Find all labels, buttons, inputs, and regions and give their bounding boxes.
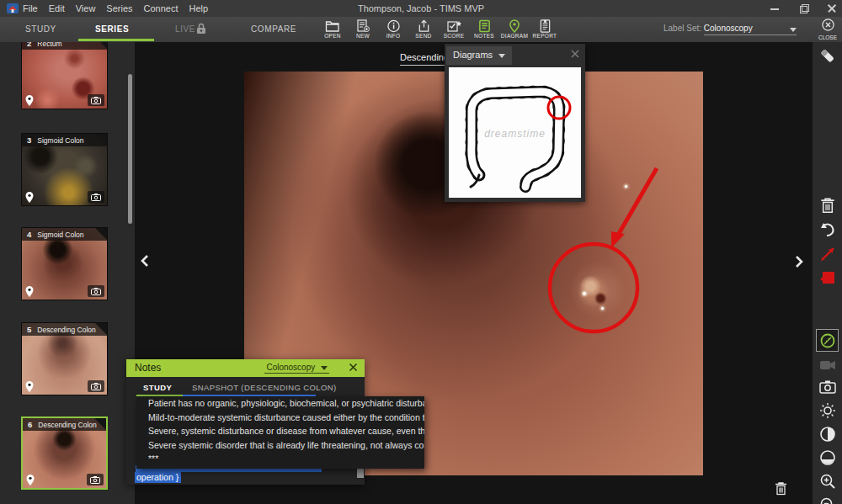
info-button[interactable]: INFO [379,18,408,41]
camera-badge [88,380,104,392]
camera-badge [87,474,104,485]
diagrams-popup: Diagrams dreamstime [445,44,585,202]
diagrams-dropdown-button[interactable]: Diagrams [446,46,512,65]
lock-icon [196,23,206,34]
thumbnail-4-sigmoid-colon[interactable]: 4Sigmoid Colon [21,227,108,300]
label-set-control: Label Set: Colonoscopy [663,24,797,35]
report-button[interactable]: REPORT [530,18,559,41]
notes-label-set-dropdown[interactable]: Colonoscopy [264,363,329,374]
notes-close-icon[interactable] [349,363,358,372]
next-image-arrow[interactable] [794,255,804,268]
arrow-annotation-tool-icon[interactable] [819,246,836,263]
thumbnail-number: 2 [27,42,31,48]
brightness-tool-icon[interactable] [819,402,836,419]
new-document-icon [355,19,370,33]
camera-icon [91,97,101,104]
diagram-pin-icon [509,19,520,33]
suggestion-item[interactable]: Patient has no organic, physiologic, bio… [136,396,424,411]
pin-icon [25,474,35,486]
corner-fold [95,323,107,335]
thumbnail-label: Sigmoid Colon [37,136,83,145]
label-set-caption: Label Set: [663,24,701,33]
window-restore-button[interactable] [798,3,808,13]
tab-study[interactable]: STUDY [25,24,56,34]
watermark-text: dreamstime [449,128,581,140]
menu-help[interactable]: Help [189,3,209,13]
tab-series-active-underline [78,39,154,41]
selected-text[interactable]: operation } [135,472,181,483]
notes-button[interactable]: NOTES [470,18,498,41]
score-button[interactable]: SCORE [440,18,468,41]
diagrams-close-icon[interactable] [571,50,579,58]
suggestion-item[interactable]: Severe systemic disorder that is already… [136,438,424,453]
eraser-tool-icon[interactable] [819,47,836,64]
snapshot-camera-tool-icon[interactable] [819,379,836,395]
circle-annotation-tool-icon[interactable] [819,332,836,349]
camera-badge [88,191,104,203]
thumbnail-2-rectum[interactable]: 2Rectum [21,42,108,109]
contrast-tool-icon[interactable] [819,426,836,443]
series-thumbnail-panel: 2Rectum 3Sigmoid Colon 4Sigmoid Colon 5D… [0,42,135,504]
video-record-tool-icon[interactable] [819,357,836,374]
thumbnail-number: 5 [27,325,31,334]
undo-tool-icon[interactable] [819,221,836,238]
score-icon [446,19,462,33]
thumbnail-5-descending-colon[interactable]: 5Descending Colon [21,322,108,395]
camera-badge [88,94,104,106]
annotation-arrow [617,168,657,236]
notes-header[interactable]: Notes Colonoscopy [126,359,365,377]
chevron-down-icon [321,366,328,370]
thumbnail-3-sigmoid-colon[interactable]: 3Sigmoid Colon [21,133,108,206]
camera-badge [88,285,104,297]
suggestion-item[interactable]: Severe, systemic disturbance or disease … [136,424,424,438]
zoom-out-tool-icon[interactable] [819,496,836,504]
annotation-circle [550,244,637,332]
menu-series[interactable]: Series [106,3,132,13]
menu-edit[interactable]: Edit [49,3,65,13]
open-button[interactable]: OPEN [318,18,347,41]
thumbnail-number: 6 [28,420,32,429]
window-close-button[interactable] [827,3,837,13]
tab-compare[interactable]: COMPARE [251,24,296,34]
square-annotation-tool-icon[interactable] [819,269,836,286]
thumbnail-label: Descending Colon [38,421,96,429]
annotation-toolbar [813,42,842,504]
thumbnail-scrollbar[interactable] [128,74,132,224]
new-button[interactable]: NEW [349,18,377,41]
close-circle-icon [822,19,834,31]
delete-image-trash-icon[interactable] [775,481,787,496]
main-toolbar: STUDY SERIES LIVE COMPARE OPEN NEW [0,17,842,42]
label-set-dropdown[interactable]: Colonoscopy [704,24,797,35]
chevron-down-icon [790,28,797,32]
zoom-in-tool-icon[interactable] [819,473,836,490]
menu-connect[interactable]: Connect [144,3,179,13]
diagram-button[interactable]: DIAGRAM [500,18,529,41]
suggestion-item[interactable]: *** [136,452,424,466]
tab-series[interactable]: SERIES [95,24,129,34]
window-minimize-button[interactable] [770,3,780,13]
app-logo-icon [7,3,19,14]
camera-icon [91,288,101,295]
corner-fold [95,134,107,146]
close-study-button[interactable]: CLOSE [813,19,842,40]
trash-tool-icon[interactable] [819,197,836,214]
thumbnail-label: Rectum [37,42,61,48]
thumbnail-6-descending-colon[interactable]: 6Descending Colon [21,416,108,490]
notes-panel: Notes Colonoscopy STUDY SNAPSHOT (DESCEN… [126,359,365,485]
menu-file[interactable]: File [23,3,38,13]
suggestion-item[interactable]: Mild-to-moderate systemic disturbance ca… [136,411,424,425]
gamma-tool-icon[interactable] [819,449,836,466]
notes-title: Notes [135,362,161,374]
camera-icon [91,194,101,201]
previous-image-arrow[interactable] [140,254,150,268]
send-icon [417,19,431,33]
report-icon [539,19,552,33]
chevron-down-icon [498,54,505,58]
notes-tab-study[interactable]: STUDY [143,383,172,392]
window-title: Thompson, Jacob - TIMS MVP [320,0,522,17]
send-button[interactable]: SEND [409,18,438,41]
colon-diagram[interactable]: dreamstime [449,67,581,198]
tab-live[interactable]: LIVE [175,24,195,34]
notes-tab-snapshot[interactable]: SNAPSHOT (DESCENDING COLON) [192,383,337,392]
menu-view[interactable]: View [76,3,96,13]
